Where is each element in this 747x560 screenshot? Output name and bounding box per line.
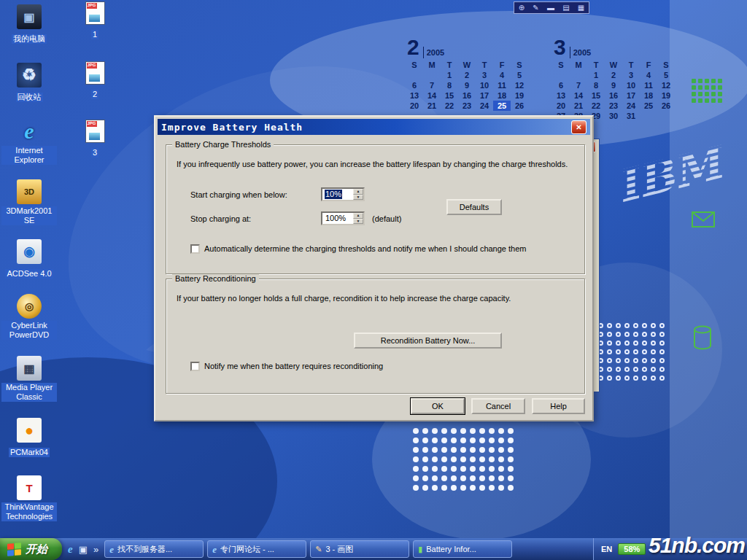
calendar-day[interactable]: 11 [640,80,657,90]
calendar-day[interactable]: 2 [458,70,476,80]
taskbar-task-4[interactable]: ▮Battery Infor... [413,540,512,558]
calendar-day[interactable]: 10 [622,80,640,90]
start-button[interactable]: 开始 [0,538,62,560]
calendar-day[interactable]: 25 [640,101,657,111]
calendar-day[interactable]: 16 [458,90,476,101]
cancel-button[interactable]: Cancel [471,398,525,414]
calendar-day[interactable]: 3 [622,70,640,80]
calendar-day[interactable]: 4 [640,70,657,80]
spin-up-icon[interactable]: ▲ [353,189,363,195]
display-icon[interactable]: ▤ [562,4,569,12]
calendar-day[interactable]: 31 [622,111,640,121]
calendar-day[interactable]: 9 [605,80,622,90]
show-desktop-icon[interactable]: ▣ [79,544,88,555]
stop-charging-spinner[interactable]: 100% ▲ ▼ [321,211,365,225]
desktop-icon-acdsee[interactable]: ◉ACDSee 4.0 [1,239,57,279]
spin-up-icon[interactable]: ▲ [353,213,363,219]
desktop-icon-powerdvd[interactable]: ◎CyberLink PowerDVD [1,294,57,341]
calendar-day[interactable]: 24 [622,101,640,111]
calendar-day[interactable]: 8 [587,80,605,90]
spin-down-icon[interactable]: ▼ [353,195,363,201]
calendar-day[interactable]: 15 [587,90,605,101]
desktop-icon-thinkvantage[interactable]: TThinkVantage Technologies [1,475,57,522]
dot [451,466,457,472]
calendar-day[interactable]: 30 [605,111,622,121]
calendar-day[interactable]: 25 [493,101,511,111]
calendar-day[interactable]: 17 [622,90,640,101]
battery-tray-indicator[interactable]: 58% [618,543,646,555]
calendar-day[interactable]: 14 [423,90,441,101]
calendar-day[interactable]: 12 [511,80,528,90]
calendar-day[interactable]: 21 [423,101,441,111]
defaults-button[interactable]: Defaults [446,199,502,215]
calendar-day[interactable]: 15 [441,90,458,101]
auto-determine-checkbox[interactable] [190,244,200,254]
desktop-icon-ie[interactable]: eInternet Explorer [1,119,57,166]
slider-icon[interactable]: ▬ [547,4,554,12]
calendar-day[interactable]: 20 [552,101,570,111]
calendar-day[interactable]: 19 [657,90,675,101]
calendar-day[interactable]: 22 [441,101,458,111]
desktop-icon-my-computer[interactable]: ▣我的电脑 [1,4,57,44]
spin-down-icon[interactable]: ▼ [353,219,363,225]
calendar-day[interactable]: 6 [406,80,423,90]
ok-button[interactable]: OK [411,398,465,414]
taskbar-task-1[interactable]: e找不到服务器... [104,540,204,558]
crosshair-icon[interactable]: ⊕ [519,4,525,12]
calendar-day[interactable]: 18 [493,90,511,101]
desktop-icon-mpc[interactable]: ▦Media Player Classic [1,356,57,402]
recondition-battery-button[interactable]: Recondition Battery Now... [354,332,502,349]
calendar-day[interactable]: 23 [605,101,622,111]
calendar-day[interactable]: 23 [458,101,476,111]
calendar-day[interactable]: 14 [570,90,587,101]
dialog-titlebar[interactable]: Improve Battery Health ✕ [158,119,590,135]
desktop-icon-pcmark[interactable]: ●PCMark04 [1,418,57,458]
calendar-day[interactable]: 9 [458,80,476,90]
chevron-icon[interactable]: » [93,544,98,555]
calendar-day[interactable]: 5 [657,70,675,80]
calendar-day[interactable]: 19 [511,90,528,101]
desktop-icon-jpg-3[interactable]: JPG3 [67,120,123,158]
calendar-day[interactable]: 8 [441,80,458,90]
calendar-day[interactable]: 17 [476,90,493,101]
keyboard-icon[interactable]: ▦ [578,4,584,12]
calendar-day[interactable]: 13 [552,90,570,101]
notify-reconditioning-checkbox[interactable] [190,362,200,371]
desktop-icon-jpg-2[interactable]: JPG2 [67,61,123,100]
calendar-day[interactable]: 26 [511,101,528,111]
taskbar-task-3[interactable]: ✎3 - 画图 [310,540,409,558]
calendar-day[interactable]: 21 [570,101,587,111]
calendar-day[interactable]: 7 [423,80,441,90]
stop-charging-value[interactable]: 100% [325,214,347,223]
close-icon[interactable]: ✕ [571,120,587,134]
calendar-day[interactable]: 18 [640,90,657,101]
pen-icon[interactable]: ✎ [533,4,538,12]
calendar-day[interactable]: 7 [570,80,587,90]
calendar-day[interactable]: 6 [552,80,570,90]
calendar-day[interactable]: 12 [657,80,675,90]
start-charging-value[interactable]: 10% [325,190,342,199]
desktop-icon-recycle-bin[interactable]: ♻回收站 [1,63,57,103]
calendar-day[interactable]: 22 [587,101,605,111]
calendar-day[interactable]: 11 [493,80,511,90]
calendar-day[interactable]: 3 [476,70,493,80]
start-charging-spinner[interactable]: 10% ▲ ▼ [321,187,365,201]
calendar-day[interactable]: 24 [476,101,493,111]
calendar-day[interactable]: 1 [587,70,605,80]
ie-quicklaunch-icon[interactable]: e [68,543,73,556]
calendar-day[interactable]: 1 [441,70,458,80]
calendar-day[interactable]: 26 [657,101,675,111]
calendar-day[interactable]: 5 [511,70,528,80]
calendar-day[interactable]: 2 [605,70,622,80]
taskbar-task-2[interactable]: e专门网论坛 - ... [207,540,306,558]
calendar-day[interactable]: 16 [605,90,622,101]
desktop-icon-jpg-1[interactable]: JPG1 [67,1,123,40]
mpc-icon: ▦ [17,356,42,381]
calendar-day[interactable]: 4 [493,70,511,80]
help-button[interactable]: Help [532,398,585,414]
language-indicator[interactable]: EN [601,545,612,553]
desktop-icon-3dmark[interactable]: 3D3DMark2001 SE [1,179,57,226]
calendar-day[interactable]: 20 [406,101,423,111]
calendar-day[interactable]: 10 [476,80,493,90]
calendar-day[interactable]: 13 [406,90,423,101]
